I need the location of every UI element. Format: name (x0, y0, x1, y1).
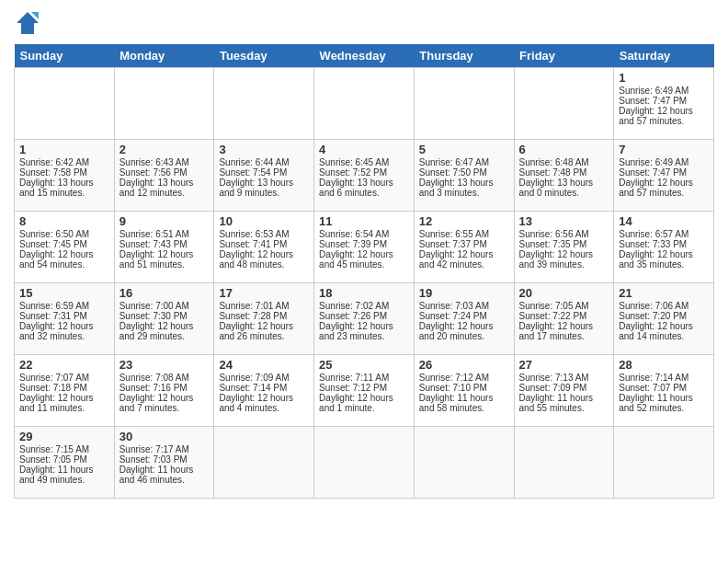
week-row-5: 29Sunrise: 7:15 AMSunset: 7:05 PMDayligh… (15, 427, 714, 499)
calendar-cell: 21Sunrise: 7:06 AMSunset: 7:20 PMDayligh… (614, 283, 714, 355)
day-header-sunday: Sunday (15, 44, 115, 68)
calendar-cell: 3Sunrise: 6:44 AMSunset: 7:54 PMDaylight… (214, 140, 314, 212)
daylight-text: Daylight: 12 hours and 23 minutes. (319, 321, 409, 341)
calendar-cell: 12Sunrise: 6:55 AMSunset: 7:37 PMDayligh… (414, 212, 514, 283)
sunset-text: Sunset: 7:22 PM (519, 311, 609, 321)
sunset-text: Sunset: 7:20 PM (619, 311, 709, 321)
sunset-text: Sunset: 7:24 PM (419, 311, 509, 321)
daylight-text: Daylight: 12 hours and 39 minutes. (519, 249, 609, 270)
calendar-cell: 14Sunrise: 6:57 AMSunset: 7:33 PMDayligh… (614, 212, 714, 283)
calendar-cell: 2Sunrise: 6:43 AMSunset: 7:56 PMDaylight… (114, 140, 214, 212)
day-header-saturday: Saturday (614, 44, 714, 68)
sunset-text: Sunset: 7:07 PM (619, 383, 709, 393)
sunset-text: Sunset: 7:58 PM (19, 167, 109, 178)
daylight-text: Daylight: 11 hours and 52 minutes. (619, 393, 709, 413)
sunset-text: Sunset: 7:10 PM (419, 383, 509, 393)
daylight-text: Daylight: 12 hours and 35 minutes. (619, 249, 709, 270)
sunrise-text: Sunrise: 6:51 AM (119, 229, 210, 239)
day-number: 28 (619, 358, 709, 372)
calendar-cell: 7Sunrise: 6:49 AMSunset: 7:47 PMDaylight… (614, 140, 714, 212)
sunrise-text: Sunrise: 7:09 AM (219, 373, 309, 383)
sunrise-text: Sunrise: 6:53 AM (219, 229, 309, 239)
week-row-1: 1Sunrise: 6:42 AMSunset: 7:58 PMDaylight… (15, 140, 714, 212)
sunrise-text: Sunrise: 7:07 AM (19, 373, 109, 383)
sunset-text: Sunset: 7:28 PM (219, 311, 309, 321)
daylight-text: Daylight: 12 hours and 57 minutes. (619, 106, 709, 126)
day-number: 21 (619, 286, 709, 300)
sunrise-text: Sunrise: 7:11 AM (319, 373, 409, 383)
sunrise-text: Sunrise: 6:49 AM (619, 157, 709, 167)
sunset-text: Sunset: 7:33 PM (619, 239, 709, 249)
logo-icon (14, 9, 41, 37)
sunset-text: Sunset: 7:52 PM (319, 167, 409, 178)
day-number: 1 (19, 143, 109, 156)
sunset-text: Sunset: 7:54 PM (219, 167, 309, 178)
sunrise-text: Sunrise: 7:02 AM (319, 301, 409, 311)
daylight-text: Daylight: 12 hours and 54 minutes. (19, 249, 109, 270)
calendar-cell: 26Sunrise: 7:12 AMSunset: 7:10 PMDayligh… (414, 355, 514, 427)
calendar-cell (514, 68, 614, 140)
calendar-cell: 6Sunrise: 6:48 AMSunset: 7:48 PMDaylight… (514, 140, 614, 212)
sunset-text: Sunset: 7:41 PM (219, 239, 309, 249)
sunrise-text: Sunrise: 6:56 AM (519, 229, 609, 239)
sunset-text: Sunset: 7:31 PM (19, 311, 109, 321)
sunset-text: Sunset: 7:12 PM (319, 383, 409, 393)
daylight-text: Daylight: 13 hours and 9 minutes. (219, 178, 309, 198)
sunset-text: Sunset: 7:47 PM (619, 167, 709, 178)
sunrise-text: Sunrise: 6:49 AM (619, 86, 709, 96)
calendar-cell: 24Sunrise: 7:09 AMSunset: 7:14 PMDayligh… (214, 355, 314, 427)
daylight-text: Daylight: 12 hours and 17 minutes. (519, 321, 609, 341)
calendar-cell: 17Sunrise: 7:01 AMSunset: 7:28 PMDayligh… (214, 283, 314, 355)
day-number: 26 (419, 358, 509, 372)
calendar-cell: 22Sunrise: 7:07 AMSunset: 7:18 PMDayligh… (15, 355, 115, 427)
sunrise-text: Sunrise: 7:13 AM (519, 373, 609, 383)
calendar-cell: 13Sunrise: 6:56 AMSunset: 7:35 PMDayligh… (514, 212, 614, 283)
sunrise-text: Sunrise: 7:08 AM (119, 373, 210, 383)
daylight-text: Daylight: 13 hours and 0 minutes. (519, 178, 609, 198)
daylight-text: Daylight: 12 hours and 7 minutes. (119, 393, 210, 413)
calendar-cell: 25Sunrise: 7:11 AMSunset: 7:12 PMDayligh… (314, 355, 415, 427)
calendar-cell: 16Sunrise: 7:00 AMSunset: 7:30 PMDayligh… (114, 283, 214, 355)
sunset-text: Sunset: 7:16 PM (119, 383, 210, 393)
calendar-cell: 23Sunrise: 7:08 AMSunset: 7:16 PMDayligh… (114, 355, 214, 427)
sunrise-text: Sunrise: 7:03 AM (419, 301, 509, 311)
daylight-text: Daylight: 12 hours and 29 minutes. (119, 321, 210, 341)
sunrise-text: Sunrise: 6:50 AM (19, 229, 109, 239)
day-number: 5 (419, 143, 509, 156)
sunrise-text: Sunrise: 7:12 AM (419, 373, 509, 383)
calendar-cell: 4Sunrise: 6:45 AMSunset: 7:52 PMDaylight… (314, 140, 415, 212)
day-number: 17 (219, 286, 309, 300)
week-row-3: 15Sunrise: 6:59 AMSunset: 7:31 PMDayligh… (15, 283, 714, 355)
calendar-cell (414, 427, 514, 499)
daylight-text: Daylight: 12 hours and 45 minutes. (319, 249, 409, 270)
sunset-text: Sunset: 7:47 PM (619, 96, 709, 106)
calendar-cell: 11Sunrise: 6:54 AMSunset: 7:39 PMDayligh… (314, 212, 415, 283)
day-number: 2 (119, 143, 210, 156)
sunrise-text: Sunrise: 6:42 AM (19, 157, 109, 167)
calendar-cell (514, 427, 614, 499)
calendar-cell (314, 68, 415, 140)
day-number: 19 (419, 286, 509, 300)
day-header-friday: Friday (514, 44, 614, 68)
sunset-text: Sunset: 7:30 PM (119, 311, 210, 321)
calendar-cell: 18Sunrise: 7:02 AMSunset: 7:26 PMDayligh… (314, 283, 415, 355)
daylight-text: Daylight: 11 hours and 58 minutes. (419, 393, 509, 413)
daylight-text: Daylight: 12 hours and 51 minutes. (119, 249, 210, 270)
sunrise-text: Sunrise: 7:17 AM (119, 444, 210, 454)
day-number: 15 (19, 286, 109, 300)
daylight-text: Daylight: 12 hours and 26 minutes. (219, 321, 309, 341)
daylight-text: Daylight: 12 hours and 1 minute. (319, 393, 409, 413)
day-number: 13 (519, 214, 609, 228)
day-header-tuesday: Tuesday (214, 44, 314, 68)
calendar-cell (314, 427, 415, 499)
calendar-cell: 27Sunrise: 7:13 AMSunset: 7:09 PMDayligh… (514, 355, 614, 427)
day-number: 4 (319, 143, 409, 156)
day-number: 29 (19, 430, 109, 443)
sunrise-text: Sunrise: 6:59 AM (19, 301, 109, 311)
day-number: 6 (519, 143, 609, 156)
daylight-text: Daylight: 12 hours and 48 minutes. (219, 249, 309, 270)
sunset-text: Sunset: 7:45 PM (19, 239, 109, 249)
sunset-text: Sunset: 7:39 PM (319, 239, 409, 249)
calendar-cell: 9Sunrise: 6:51 AMSunset: 7:43 PMDaylight… (114, 212, 214, 283)
header (14, 9, 714, 37)
